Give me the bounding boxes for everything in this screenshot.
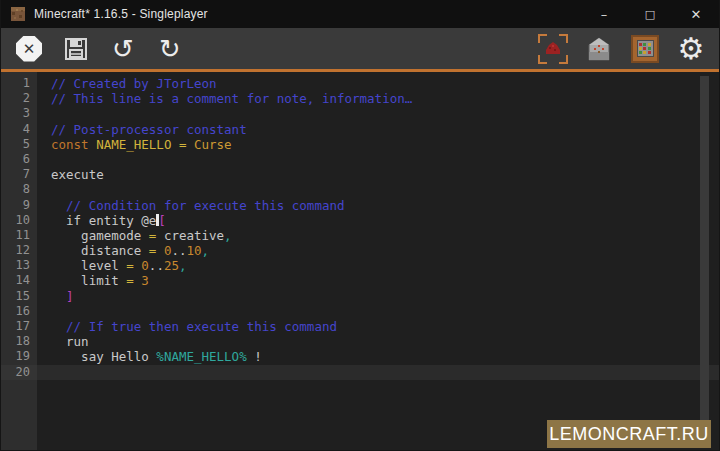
code-line[interactable]: 17 // If true then execute this command [1,319,719,334]
app-window: Minecraft* 1.16.5 - Singleplayer – □ ✕ ✕ [0,0,720,451]
undo-button[interactable]: ↺ [107,33,139,65]
code-text [37,304,719,319]
line-number: 7 [1,167,37,182]
code-line[interactable]: 2// This line is a comment for note, inf… [1,91,719,106]
line-number: 11 [1,228,37,243]
code-text: gamemode = creative, [37,228,719,243]
code-text: limit = 3 [37,273,719,288]
watermark-badge: LEMONCRAFT.RU [547,420,711,448]
toolbar-right-group: ⚙ [537,33,719,65]
window-title: Minecraft* 1.16.5 - Singleplayer [34,7,208,21]
code-text [37,152,719,167]
redo-icon: ↻ [159,36,181,62]
code-line[interactable]: 5const NAME_HELLO = Curse [1,137,719,152]
title-bar: Minecraft* 1.16.5 - Singleplayer – □ ✕ [1,0,719,28]
line-number: 3 [1,106,37,121]
minecraft-grass-block-icon [10,6,26,22]
code-line[interactable]: 12 distance = 0..10, [1,243,719,258]
line-number: 9 [1,198,37,213]
close-file-button[interactable]: ✕ [13,33,45,65]
code-text: run [37,334,719,349]
line-number: 4 [1,122,37,137]
code-text: level = 0..25, [37,258,719,273]
line-number: 18 [1,334,37,349]
code-line[interactable]: 11 gamemode = creative, [1,228,719,243]
line-number: 2 [1,91,37,106]
line-number: 15 [1,289,37,304]
line-number: 20 [1,365,37,380]
line-number: 8 [1,182,37,197]
close-button[interactable]: ✕ [673,0,719,28]
code-editor[interactable]: 1// Created by JTorLeon2// This line is … [1,72,719,450]
code-line[interactable]: 8 [1,182,719,197]
code-text: execute [37,167,719,182]
floppy-save-icon [63,36,89,62]
code-text [37,106,719,121]
code-line[interactable]: 4// Post-processor constant [1,122,719,137]
editor-toolbar: ✕ ↺ ↻ [1,28,719,69]
minimize-button[interactable]: – [581,0,627,28]
code-line[interactable]: 19 say Hello %NAME_HELLO% ! [1,349,719,364]
code-rows: 1// Created by JTorLeon2// This line is … [1,76,719,380]
line-number: 10 [1,213,37,228]
octagon-x-icon: ✕ [16,36,42,62]
code-text: const NAME_HELLO = Curse [37,137,719,152]
code-line[interactable]: 20 [1,365,719,380]
code-line[interactable]: 1// Created by JTorLeon [1,76,719,91]
code-line[interactable]: 16 [1,304,719,319]
minimize-icon: – [601,7,608,22]
code-line[interactable]: 13 level = 0..25, [1,258,719,273]
code-line[interactable]: 14 limit = 3 [1,273,719,288]
undo-icon: ↺ [112,36,134,62]
selection-brackets-icon [538,34,568,64]
code-text: // This line is a comment for note, info… [37,91,719,106]
redo-button[interactable]: ↻ [154,33,186,65]
maximize-button[interactable]: □ [627,0,673,28]
code-line[interactable]: 9 // Condition for execute this command [1,198,719,213]
module-grid-button[interactable] [629,33,661,65]
redstone-tab-button[interactable] [537,33,569,65]
line-number: 6 [1,152,37,167]
save-button[interactable] [60,33,92,65]
maximize-icon: □ [645,8,655,21]
code-text: // If true then execute this command [37,319,719,334]
code-line[interactable]: 7execute [1,167,719,182]
window-controls: – □ ✕ [581,0,719,28]
code-text [37,182,719,197]
code-line[interactable]: 3 [1,106,719,121]
line-number: 1 [1,76,37,91]
line-number: 5 [1,137,37,152]
code-line[interactable]: 6 [1,152,719,167]
code-text [37,365,719,380]
code-line[interactable]: 10 if entity @e[ [1,213,719,228]
gear-icon: ⚙ [678,34,705,64]
vertical-scrollbar[interactable] [700,76,709,432]
code-text: distance = 0..10, [37,243,719,258]
close-icon: ✕ [691,7,702,22]
code-line[interactable]: 15 ] [1,289,719,304]
code-line[interactable]: 18 run [1,334,719,349]
code-text: // Condition for execute this command [37,198,719,213]
toolbar-left-group: ✕ ↺ ↻ [1,33,186,65]
settings-button[interactable]: ⚙ [675,33,707,65]
code-text: ] [37,289,719,304]
module-grid-icon [631,35,659,63]
line-number: 12 [1,243,37,258]
line-number: 17 [1,319,37,334]
code-text: // Created by JTorLeon [37,76,719,91]
line-number: 13 [1,258,37,273]
code-text: if entity @e[ [37,213,719,228]
line-number: 14 [1,273,37,288]
home-structure-icon [586,36,612,62]
line-number: 19 [1,349,37,364]
code-text: // Post-processor constant [37,122,719,137]
code-text: say Hello %NAME_HELLO% ! [37,349,719,364]
structure-home-button[interactable] [583,33,615,65]
line-number: 16 [1,304,37,319]
